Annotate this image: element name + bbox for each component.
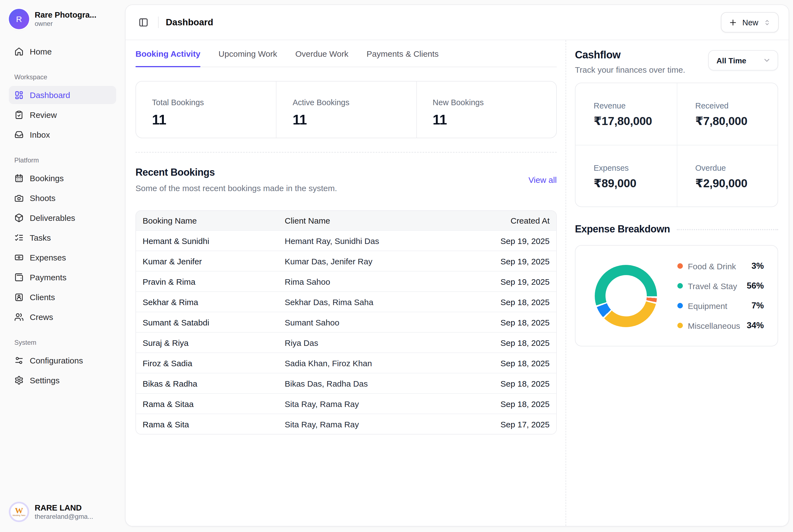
content: Booking ActivityUpcoming WorkOverdue Wor… [125, 40, 789, 526]
table-row[interactable]: Sekhar & RimaSekhar Das, Rima SahaSep 18… [136, 291, 556, 312]
created-at-cell: Sep 19, 2025 [463, 277, 556, 286]
legend-label: Miscellaneous [688, 321, 740, 330]
sidebar-item-deliverables[interactable]: Deliverables [9, 208, 116, 227]
table-row[interactable]: Kumar & JeniferKumar Das, Jenifer RaySep… [136, 251, 556, 271]
created-at-cell: Sep 18, 2025 [463, 399, 556, 408]
expense-breakdown-title: Expense Breakdown [575, 224, 670, 235]
sidebar-item-bookings[interactable]: Bookings [9, 169, 116, 187]
booking-name-cell: Suraj & Riya [136, 338, 278, 347]
sidebar-item-inbox[interactable]: Inbox [9, 125, 116, 144]
booking-name-cell: Sekhar & Rima [136, 297, 278, 306]
cashflow-heading: Cashflow Track your finances over time. [575, 49, 685, 74]
sidebar-nav: HomeWorkspaceDashboardReviewInboxPlatfor… [9, 41, 116, 390]
sidebar-item-home[interactable]: Home [9, 42, 116, 60]
account-email: therareland@gma... [35, 513, 111, 520]
workspace-avatar-initial: R [16, 14, 22, 24]
table-row[interactable]: Suraj & RiyaRiya DasSep 18, 2025 [136, 332, 556, 353]
table-row[interactable]: Rama & SitaaSita Ray, Rama RaySep 18, 20… [136, 393, 556, 414]
stat-value: 11 [152, 112, 276, 128]
table-row[interactable]: Sumant & SatabdiSumant SahooSep 18, 2025 [136, 312, 556, 332]
legend-item-travel-and-stay: Travel & Stay56% [677, 280, 764, 291]
table-row[interactable]: Pravin & RimaRima SahooSep 19, 2025 [136, 271, 556, 291]
expense-breakdown-header: Expense Breakdown [575, 224, 778, 235]
account-logo: W Wedding Tales [9, 502, 29, 522]
stat-new-bookings: New Bookings11 [416, 81, 556, 138]
metric-label: Expenses [594, 164, 677, 172]
created-at-cell: Sep 18, 2025 [463, 358, 556, 367]
client-name-cell: Rima Sahoo [278, 277, 463, 286]
legend-item-food-and-drink: Food & Drink3% [677, 261, 764, 271]
sidebar-section-label: Workspace [9, 73, 116, 81]
account-logo-label: Wedding Tales [13, 514, 25, 517]
legend-value: 56% [747, 281, 764, 291]
plus-icon [729, 18, 737, 27]
sidebar-item-label: Bookings [30, 173, 64, 183]
sidebar-item-label: Dashboard [30, 90, 70, 99]
sidebar-item-label: Expenses [30, 252, 66, 262]
table-row[interactable]: Rama & SitaSita Ray, Rama RaySep 17, 202… [136, 414, 556, 434]
chevrons-up-down-icon [763, 18, 771, 26]
booking-name-cell: Sumant & Satabdi [136, 318, 278, 327]
sidebar-item-payments[interactable]: Payments [9, 268, 116, 286]
sidebar-item-clients[interactable]: Clients [9, 288, 116, 306]
tab-overdue-work[interactable]: Overdue Work [295, 40, 348, 66]
sidebar-item-crews[interactable]: Crews [9, 308, 116, 326]
sidebar-item-configurations[interactable]: Configurations [9, 351, 116, 369]
sidebar-item-tasks[interactable]: Tasks [9, 228, 116, 246]
new-button[interactable]: New [721, 12, 779, 33]
tab-booking-activity[interactable]: Booking Activity [135, 40, 200, 66]
legend-item-miscellaneous: Miscellaneous34% [677, 320, 764, 331]
workspace-switcher[interactable]: R Rare Photogra... owner [9, 9, 116, 29]
sidebar-item-label: Crews [30, 312, 53, 321]
sidebar-item-expenses[interactable]: Expenses [9, 248, 116, 266]
stat-active-bookings: Active Bookings11 [276, 81, 416, 138]
topbar: Dashboard New [125, 5, 789, 40]
view-all-link[interactable]: View all [528, 175, 557, 185]
table-row[interactable]: Hemant & SunidhiHemant Ray, Sunidhi DasS… [136, 230, 556, 251]
stats-card: Total Bookings11Active Bookings11New Boo… [135, 81, 557, 138]
banknote-icon [14, 252, 24, 262]
bookings-table: Booking NameClient NameCreated AtHemant … [135, 210, 557, 435]
booking-name-cell: Kumar & Jenifer [136, 256, 278, 266]
created-at-cell: Sep 17, 2025 [463, 419, 556, 429]
table-row[interactable]: Bikas & RadhaBikas Das, Radha DasSep 18,… [136, 373, 556, 393]
client-name-cell: Sita Ray, Rama Ray [278, 419, 463, 429]
sidebar-item-shoots[interactable]: Shoots [9, 189, 116, 207]
panel-left-icon[interactable] [135, 15, 151, 30]
client-name-cell: Sumant Sahoo [278, 318, 463, 327]
sidebar-item-review[interactable]: Review [9, 106, 116, 124]
legend-value: 7% [751, 301, 764, 310]
column-header-client-name: Client Name [278, 216, 463, 225]
metric-value: ₹17,80,000 [594, 115, 677, 128]
table-row[interactable]: Firoz & SadiaSadia Khan, Firoz KhanSep 1… [136, 353, 556, 373]
client-name-cell: Riya Das [278, 338, 463, 347]
time-range-select[interactable]: All Time [708, 50, 778, 71]
sidebar-item-settings[interactable]: Settings [9, 371, 116, 389]
tab-payments-and-clients[interactable]: Payments & Clients [367, 40, 439, 66]
legend-dot [677, 283, 683, 289]
dotted-divider [677, 229, 778, 230]
sidebar-item-dashboard[interactable]: Dashboard [9, 86, 116, 104]
workspace-name: Rare Photogra... [35, 11, 111, 19]
metric-label: Revenue [594, 101, 677, 110]
created-at-cell: Sep 19, 2025 [463, 256, 556, 266]
cashflow-card: Revenue₹17,80,000Received₹7,80,000Expens… [575, 82, 778, 207]
stat-label: New Bookings [432, 98, 556, 107]
right-pane: Cashflow Track your finances over time. … [575, 40, 778, 526]
stat-label: Total Bookings [152, 98, 276, 107]
metric-value: ₹7,80,000 [695, 115, 778, 128]
booking-name-cell: Hemant & Sunidhi [136, 236, 278, 245]
cashflow-metric-overdue: Overdue₹2,90,000 [677, 145, 778, 207]
cashflow-metric-expenses: Expenses₹89,000 [576, 145, 677, 207]
tab-upcoming-work[interactable]: Upcoming Work [219, 40, 277, 66]
column-header-created-at: Created At [463, 216, 556, 225]
sidebar-item-label: Home [30, 46, 52, 56]
sidebar-item-label: Configurations [30, 356, 83, 365]
section-dashed-divider [135, 152, 557, 153]
metric-label: Received [695, 101, 778, 110]
contact-icon [14, 292, 24, 302]
table-header-row: Booking NameClient NameCreated At [136, 211, 556, 230]
sidebar-item-label: Payments [30, 272, 66, 282]
account-switcher[interactable]: W Wedding Tales RARE LAND therareland@gm… [9, 502, 116, 522]
sidebar-item-label: Deliverables [30, 213, 75, 222]
